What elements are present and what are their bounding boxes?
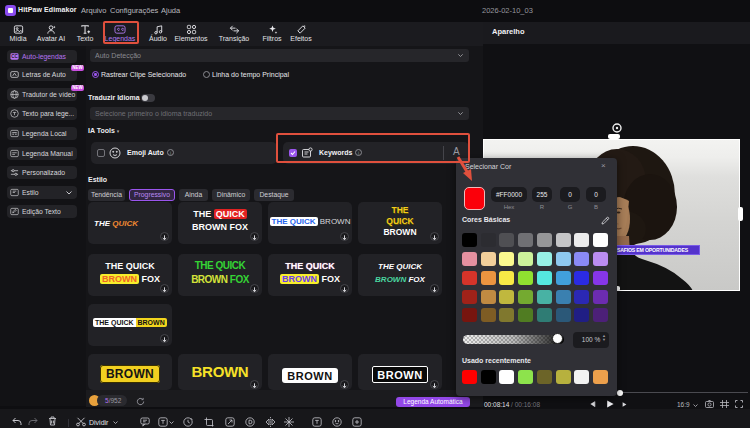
svg-text:CC: CC [11,54,18,59]
